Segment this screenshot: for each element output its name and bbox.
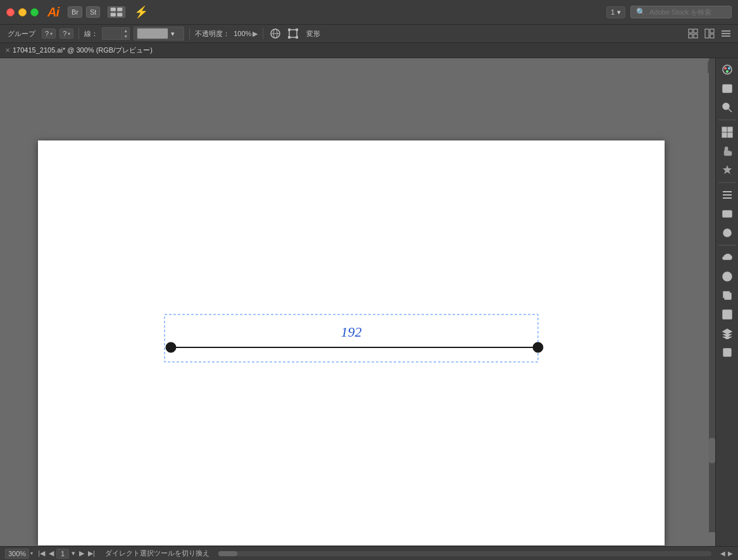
svg-rect-2 — [111, 13, 116, 16]
stock-search-bar[interactable]: 🔍 — [630, 6, 732, 18]
transform-toggle[interactable] — [286, 27, 300, 40]
svg-point-28 — [724, 67, 727, 70]
status-label: ダイレクト選択ツールを切り換え — [105, 549, 210, 558]
search-icon: 🔍 — [636, 8, 646, 16]
zoom-dropdown-arrow[interactable]: ▾ — [30, 551, 33, 556]
toolbar-right — [686, 27, 733, 40]
close-button[interactable] — [6, 8, 15, 16]
tab-title[interactable]: 170415_2105.ai* @ 300% (RGB/プレビュー) — [13, 46, 153, 55]
svg-rect-38 — [728, 133, 732, 137]
bridge-app-badge[interactable]: Br — [68, 6, 82, 18]
stock-search-input[interactable] — [649, 8, 726, 16]
canvas-area[interactable]: › 192 — [0, 58, 715, 546]
style-selector-1[interactable]: ? ▾ — [42, 28, 56, 39]
creative-cloud-icon[interactable] — [718, 249, 736, 266]
svg-point-25 — [533, 342, 543, 352]
main-area: › 192 — [0, 58, 738, 546]
svg-rect-12 — [689, 29, 692, 33]
tab-close-btn[interactable]: ✕ — [5, 47, 10, 54]
svg-rect-42 — [723, 211, 732, 217]
tabbar: ✕ 170415_2105.ai* @ 300% (RGB/プレビュー) — [0, 43, 738, 58]
maximize-button[interactable] — [30, 8, 39, 16]
nav-prev-btn[interactable]: ◀ — [47, 549, 55, 557]
stroke-width-spinbox[interactable]: ▲ ▼ — [102, 27, 130, 40]
stroke-up-arrow[interactable]: ▲ — [122, 28, 129, 34]
style-selector-2[interactable]: ? ▾ — [59, 28, 73, 39]
workspace-switcher[interactable] — [108, 6, 125, 18]
opacity-control[interactable]: 100% ▶ — [234, 30, 258, 38]
grid-toggle[interactable] — [686, 27, 700, 40]
color-palette-icon[interactable] — [718, 61, 736, 78]
traffic-lights — [6, 8, 39, 16]
nav-first-btn[interactable]: |◀ — [37, 549, 46, 557]
svg-rect-7 — [289, 30, 297, 37]
layers-panel-icon[interactable] — [718, 325, 736, 342]
svg-rect-16 — [705, 29, 709, 38]
vertical-scrollbar-thumb[interactable] — [709, 438, 715, 463]
svg-rect-41 — [723, 197, 732, 199]
grid-panel-icon[interactable] — [718, 123, 736, 141]
page-number: 1 — [611, 8, 615, 16]
horizontal-scrollbar-thumb[interactable] — [218, 551, 237, 556]
web-icon-btn[interactable] — [268, 27, 282, 40]
svg-point-9 — [296, 29, 298, 31]
app-logo: Ai — [47, 5, 59, 20]
svg-rect-40 — [723, 194, 732, 196]
section-divider-1 — [718, 120, 736, 120]
bottombar: 300% ▾ |◀ ◀ 1 ▾ ▶ ▶| ダイレクト選択ツールを切り換え ◀ ▶ — [0, 546, 738, 560]
library-icon[interactable] — [718, 80, 736, 97]
svg-rect-36 — [728, 127, 732, 132]
svg-point-8 — [289, 29, 291, 31]
find-icon[interactable] — [718, 99, 736, 116]
zoom-control[interactable]: 300% ▾ — [5, 549, 33, 559]
scroll-left-btn[interactable]: ◀ — [720, 550, 725, 557]
opacity-value-text: 100% — [234, 30, 251, 37]
circle-panel-icon[interactable] — [718, 224, 736, 242]
nav-buttons: |◀ ◀ 1 ▾ ▶ ▶| — [37, 549, 96, 559]
page-selector[interactable]: 1 ▾ — [606, 6, 625, 18]
svg-rect-31 — [723, 85, 732, 92]
artboard-panel-icon[interactable] — [718, 344, 736, 361]
vertical-scrollbar[interactable] — [709, 58, 715, 532]
opacity-expand-btn[interactable]: ▶ — [253, 30, 258, 38]
divider-1 — [78, 28, 79, 39]
minimize-button[interactable] — [18, 8, 27, 16]
svg-marker-49 — [723, 329, 732, 334]
rect-panel-icon[interactable] — [718, 205, 736, 223]
nav-next-btn[interactable]: ▶ — [78, 549, 85, 557]
stock-app-badge[interactable]: St — [86, 6, 100, 18]
panel-arrange-btn[interactable] — [703, 27, 716, 40]
nav-last-btn[interactable]: ▶| — [87, 549, 96, 557]
scroll-right-btn[interactable]: ▶ — [728, 550, 733, 557]
opacity-label: 不透明度： — [195, 29, 230, 39]
page-dropdown-arrow: ▾ — [617, 8, 621, 16]
plugin-panel-icon[interactable] — [718, 161, 736, 179]
stroke-style-selector[interactable]: ▾ — [134, 27, 184, 40]
stroke-style-arrow: ▾ — [171, 30, 175, 38]
workspace-icon — [108, 6, 125, 18]
align-panel-icon[interactable] — [718, 186, 736, 204]
horizontal-scrollbar[interactable] — [218, 551, 711, 556]
stroke-color-swatch[interactable] — [137, 28, 168, 39]
target-panel-icon[interactable] — [718, 268, 736, 285]
dropdown-arrow-2: ▾ — [68, 31, 70, 37]
hand-panel-icon[interactable] — [718, 142, 736, 160]
nav-icon[interactable]: ⚡ — [134, 5, 148, 19]
section-divider-2 — [718, 182, 736, 183]
export-panel-icon[interactable] — [718, 306, 736, 323]
titlebar-right: 1 ▾ 🔍 — [606, 6, 732, 18]
stroke-width-value — [103, 33, 122, 34]
svg-rect-17 — [710, 29, 714, 33]
canvas-content: 192 — [38, 140, 665, 545]
titlebar: Ai Br St ⚡ 1 ▾ 🔍 — [0, 0, 738, 24]
page-number-display: 1 — [56, 549, 69, 559]
stroke-arrows[interactable]: ▲ ▼ — [122, 28, 129, 39]
page-dropdown-btn[interactable]: ▾ — [70, 549, 77, 557]
svg-text:192: 192 — [341, 324, 362, 340]
svg-rect-0 — [111, 8, 116, 11]
stroke-down-arrow[interactable]: ▼ — [122, 34, 129, 39]
divider-2 — [189, 28, 190, 39]
menu-btn[interactable] — [719, 27, 733, 40]
copy-panel-icon[interactable] — [718, 287, 736, 304]
toolbar: グループ ? ▾ ? ▾ 線： ▲ ▼ ▾ 不透明度： 100% ▶ — [0, 24, 738, 43]
